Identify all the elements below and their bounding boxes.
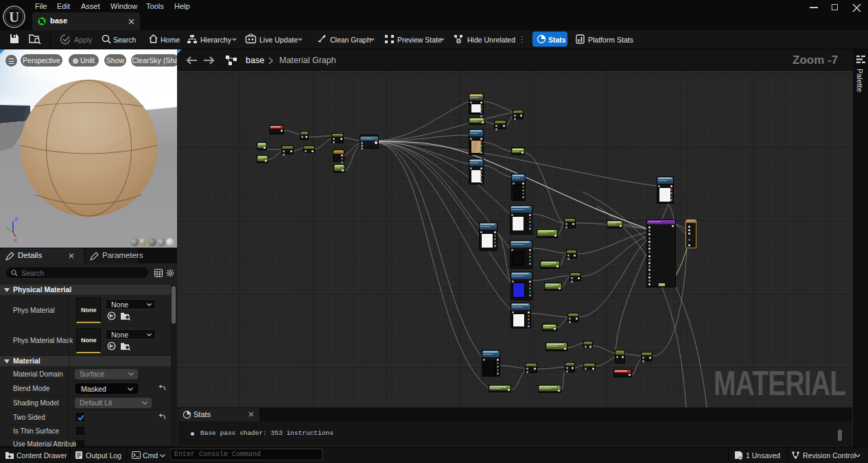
svg-text:U: U: [9, 9, 19, 25]
svg-text:X: X: [14, 237, 18, 244]
svg-text:Z: Z: [14, 216, 18, 222]
